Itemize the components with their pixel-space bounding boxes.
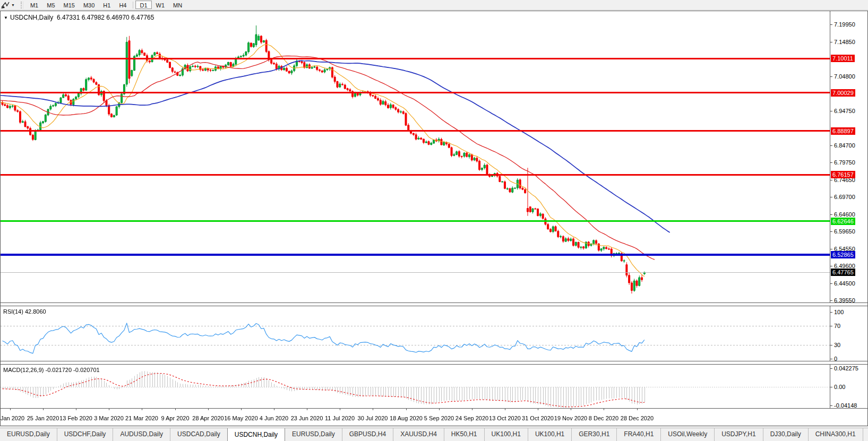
hline-resistance-6.88897[interactable]: [1, 130, 830, 132]
chart-tabs: EURUSD,DailyUSDCHF,DailyAUDUSD,DailyUSDC…: [0, 428, 868, 441]
macd-tick-mark: [830, 387, 832, 387]
time-tick-mark: [340, 409, 340, 410]
chart-tab-ger30-h1[interactable]: GER30,H1: [571, 428, 616, 441]
price-tick-label: 6.44500: [834, 280, 855, 287]
rsi-tick-label: 70: [834, 323, 840, 329]
timeframe-button-m30[interactable]: M30: [79, 1, 99, 9]
panel-separator-macd[interactable]: [1, 361, 867, 365]
price-tick-mark: [830, 231, 832, 232]
price-tick-label: 6.59650: [834, 228, 855, 235]
price-tick-mark: [830, 76, 832, 77]
rsi-indicator-label: RSI(14) 42.8060: [3, 308, 46, 315]
time-tick-label: 9 Apr 2020: [161, 415, 189, 421]
chart-tab-gbpusd-h4[interactable]: GBPUSD,H4: [342, 428, 393, 441]
macd-tick-label: 0.00: [834, 384, 845, 390]
chart-symbol-period: USDCNH,Daily: [10, 14, 53, 21]
chart-tab-usdcad-daily[interactable]: USDCAD,Daily: [170, 428, 227, 441]
timeframe-button-mn[interactable]: MN: [169, 1, 186, 9]
chart-tab-hk50-h1[interactable]: HK50,H1: [444, 428, 484, 441]
macd-indicator-label: MACD(12,26,9) -0.021720 -0.020701: [3, 367, 100, 373]
chart-tab-eurusd-daily[interactable]: EURUSD,Daily: [285, 428, 342, 441]
timeframe-button-h4[interactable]: H4: [115, 1, 131, 9]
price-tick-label: 7.19950: [834, 21, 855, 28]
time-tick-label: 25 Jan 2020: [27, 415, 59, 421]
hline-resistance-7.10011[interactable]: [1, 58, 830, 59]
chart-tab-uk100-h1[interactable]: UK100,H1: [484, 428, 528, 441]
chart-tab-usdchf-daily[interactable]: USDCHF,Daily: [57, 428, 113, 441]
chart-tab-xauusd-h4[interactable]: XAUUSD,H4: [393, 428, 444, 441]
price-tick-label: 7.14850: [834, 39, 855, 45]
current-price-tag: 6.47765: [831, 269, 855, 276]
time-tick-label: 18 Aug 2020: [390, 415, 423, 421]
price-tick-label: 6.94750: [834, 108, 855, 114]
time-tick-mark: [373, 409, 373, 410]
chart-tab-usdcnh-daily[interactable]: USDCNH,Daily: [227, 428, 285, 441]
time-axis-border: [1, 408, 867, 409]
time-tick-label: 5 Sep 2020: [424, 415, 454, 421]
price-tick-mark: [830, 145, 832, 146]
time-tick-mark: [241, 409, 242, 410]
chart-tab-fra40-h1[interactable]: FRA40,H1: [616, 428, 660, 441]
price-tick-mark: [830, 283, 832, 284]
toolbar-separator: [133, 2, 133, 8]
hline-support-6.62646[interactable]: [1, 220, 830, 222]
price-axis-border: [830, 11, 830, 408]
time-tick-mark: [472, 409, 472, 410]
chart-tab-audusd-daily[interactable]: AUDUSD,Daily: [113, 428, 170, 441]
time-tick-mark: [10, 409, 11, 410]
price-tick-mark: [830, 249, 832, 249]
price-tick-label: 6.69700: [834, 194, 855, 200]
timeframe-button-m15[interactable]: M15: [59, 1, 79, 9]
time-tick-label: 28 Dec 2020: [621, 415, 654, 421]
timeframe-button-m1[interactable]: M1: [26, 1, 42, 9]
timeframe-button-m5[interactable]: M5: [42, 1, 59, 9]
panel-separator-rsi[interactable]: [1, 302, 867, 306]
time-tick-label: 31 Oct 2020: [522, 415, 554, 421]
time-tick-mark: [307, 409, 307, 410]
timeframe-button-w1[interactable]: W1: [152, 1, 169, 9]
hline-resistance-7.00029[interactable]: [1, 92, 830, 93]
chart-tab-usdjpy-h1[interactable]: USDJPY,H1: [714, 428, 762, 441]
macd-tick-mark: [830, 368, 832, 369]
hline-resistance-6.76157[interactable]: [1, 174, 830, 176]
price-tag-resistance-6.88897: 6.88897: [831, 127, 855, 135]
chevron-down-icon[interactable]: ▼: [10, 3, 18, 7]
price-tick-mark: [830, 24, 832, 25]
time-tick-label: 24 Sep 2020: [456, 415, 488, 421]
time-tick-label: 7 Jan 2020: [0, 415, 24, 421]
hline-support-6.52865[interactable]: [1, 254, 830, 256]
time-tick-mark: [274, 409, 274, 410]
price-tick-mark: [830, 42, 832, 42]
chart-tab-usoil-weekly[interactable]: USOil,Weekly: [660, 428, 714, 441]
time-tick-label: 28 Apr 2020: [192, 415, 224, 421]
chart-tab-china300-h1[interactable]: CHINA300,H1: [808, 428, 863, 441]
time-tick-mark: [505, 409, 505, 410]
time-tick-label: 30 Jul 2020: [358, 415, 388, 421]
toolbar-grip[interactable]: [21, 2, 23, 8]
rsi-tick-mark: [830, 359, 832, 359]
time-tick-label: 23 Jun 2020: [291, 415, 323, 421]
time-tick-mark: [571, 409, 571, 410]
price-tick-label: 7.04800: [834, 73, 855, 80]
title-collapse-icon[interactable]: ▼: [4, 15, 8, 20]
chart-window: ▼USDCNH,Daily 6.47331 6.47982 6.46970 6.…: [0, 11, 868, 426]
chart-tab-dj30-daily[interactable]: DJ30,Daily: [763, 428, 808, 441]
rsi-tick-label: 100: [834, 309, 844, 315]
rsi-tick-mark: [830, 326, 832, 326]
chart-tab-uk100-h1[interactable]: UK100,H1: [528, 428, 571, 441]
timeframe-button-d1[interactable]: D1: [135, 1, 151, 9]
price-tick-mark: [830, 162, 832, 163]
time-tick-mark: [142, 409, 142, 410]
price-tag-resistance-7.10011: 7.10011: [831, 55, 855, 62]
time-tick-mark: [208, 409, 209, 410]
time-tick-label: 4 Jun 2020: [260, 415, 288, 421]
time-tick-label: 16 May 2020: [224, 415, 258, 421]
price-tick-mark: [830, 266, 832, 266]
cursor-tool-icon[interactable]: [1, 1, 10, 9]
chart-tab-usoil-[interactable]: USOil,: [863, 428, 868, 441]
timeframe-toolbar: ▼ M1M5M15M30H1H4D1W1MN: [0, 0, 868, 10]
chart-tab-eurusd-daily[interactable]: EURUSD,Daily: [0, 428, 57, 441]
time-tick-label: 19 Nov 2020: [554, 415, 587, 421]
time-tick-mark: [604, 409, 604, 410]
timeframe-button-h1[interactable]: H1: [99, 1, 115, 9]
